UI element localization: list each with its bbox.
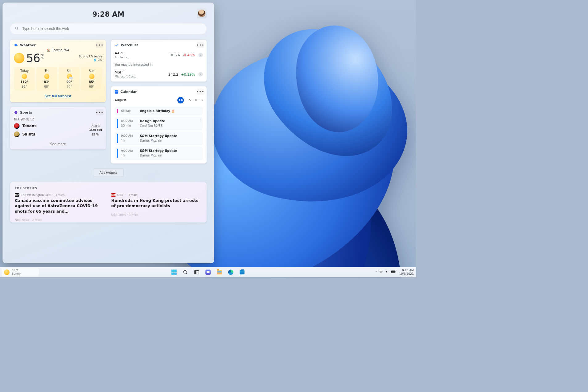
source-badge-icon: CNN bbox=[111, 193, 116, 197]
sports-icon bbox=[14, 111, 18, 115]
calendar-month: August bbox=[115, 98, 126, 102]
team-logo-icon bbox=[14, 131, 19, 137]
svg-point-3 bbox=[183, 270, 186, 273]
system-tray[interactable]: ˄ bbox=[375, 270, 396, 275]
weather-temp: 56 °F °C bbox=[26, 52, 44, 64]
svg-rect-8 bbox=[396, 271, 396, 272]
event-color-bar bbox=[117, 134, 118, 143]
chevron-up-icon[interactable]: ˄ bbox=[375, 270, 377, 274]
more-button[interactable]: ••• bbox=[197, 89, 204, 95]
widget-title: Weather bbox=[20, 43, 36, 47]
see-full-forecast-link[interactable]: See full forecast bbox=[14, 94, 102, 98]
sun-icon bbox=[14, 53, 24, 63]
section-heading: TOP STORIES bbox=[15, 186, 202, 190]
calendar-date-selected[interactable]: 14 bbox=[177, 97, 184, 103]
search-icon bbox=[15, 27, 19, 31]
calendar-widget[interactable]: Calendar ••• August 14 15 16 ▾ bbox=[111, 86, 207, 164]
store-button[interactable] bbox=[237, 268, 247, 277]
widgets-panel: 9:28 AM Weather ••• 🏠 Seattle, WA bbox=[2, 2, 214, 263]
chat-button[interactable] bbox=[203, 268, 213, 277]
more-button[interactable]: ••• bbox=[96, 109, 103, 115]
news-more: USA Today · 3 mins bbox=[111, 213, 202, 216]
svg-point-2 bbox=[14, 111, 18, 114]
forecast-day[interactable]: Fri 81°68° bbox=[36, 67, 57, 91]
team-row[interactable]: Saints bbox=[14, 131, 36, 137]
svg-point-5 bbox=[381, 273, 381, 273]
start-button[interactable] bbox=[169, 268, 179, 277]
news-headline: Canada vaccine committee advises against… bbox=[15, 198, 105, 214]
taskbar-temp: 78°F bbox=[12, 269, 21, 272]
edge-button[interactable] bbox=[226, 268, 235, 277]
watchlist-widget[interactable]: Watchlist ••• AAPLApple Inc. 136.76-0.43… bbox=[111, 40, 207, 82]
taskbar: 78°F Sunny ˄ bbox=[0, 267, 416, 277]
svg-point-0 bbox=[15, 27, 18, 29]
watchlist-row[interactable]: MSFTMicrosoft Corp. 242.2+0.19%＋ bbox=[115, 70, 203, 78]
weather-widget[interactable]: Weather ••• 🏠 Seattle, WA 56 °F °C bbox=[10, 40, 106, 102]
calendar-icon bbox=[115, 90, 118, 94]
task-view-icon bbox=[194, 270, 199, 274]
widget-title: Calendar bbox=[120, 90, 137, 94]
svg-rect-7 bbox=[392, 271, 395, 273]
search-bar[interactable] bbox=[10, 23, 207, 35]
svg-line-1 bbox=[17, 29, 18, 30]
partly-cloudy-icon bbox=[67, 74, 72, 79]
taskbar-weather[interactable]: 78°F Sunny bbox=[2, 268, 39, 277]
volume-icon[interactable] bbox=[385, 270, 389, 275]
forecast-day[interactable]: Sat 90°70° bbox=[59, 67, 80, 91]
calendar-event[interactable]: 8:30 AM30 min Design UpdateConf Rm 32/35… bbox=[115, 117, 203, 130]
more-button[interactable]: ••• bbox=[96, 42, 103, 48]
weather-location: Seattle, WA bbox=[51, 48, 69, 52]
match-time: Aug 3 1:25 PM ESPN bbox=[89, 124, 102, 136]
calendar-date[interactable]: 16 bbox=[194, 98, 199, 102]
news-item[interactable]: CNN CNN · 3 mins Hundreds in Hong Kong p… bbox=[111, 193, 202, 222]
sports-subtitle: NFL Week 12 bbox=[14, 118, 102, 121]
battery-icon[interactable] bbox=[391, 270, 396, 274]
sun-icon bbox=[44, 74, 49, 79]
calendar-event[interactable]: 9:00 AM1h S&M Startegy UpdateDarius Mccl… bbox=[115, 147, 203, 160]
windows-logo-icon bbox=[171, 269, 177, 275]
forecast-day[interactable]: Today 112°92° bbox=[14, 67, 35, 91]
search-input[interactable] bbox=[22, 27, 202, 31]
event-color-bar bbox=[117, 149, 118, 158]
calendar-date[interactable]: 15 bbox=[187, 98, 191, 102]
unit-c[interactable]: °C bbox=[41, 56, 44, 59]
drag-handle-icon[interactable]: ⋮⋮ bbox=[199, 119, 202, 121]
sports-widget[interactable]: Sports ••• NFL Week 12 Texans Saints bbox=[10, 107, 106, 149]
widget-title: Watchlist bbox=[121, 43, 138, 47]
watchlist-row[interactable]: AAPLApple Inc. 136.76-0.43%✓ bbox=[115, 51, 203, 59]
source-badge-icon: WP bbox=[15, 193, 19, 197]
profile-avatar[interactable] bbox=[197, 8, 207, 19]
add-widgets-button[interactable]: Add widgets bbox=[93, 168, 124, 177]
more-button[interactable]: ••• bbox=[197, 42, 204, 48]
home-icon: 🏠 bbox=[47, 48, 50, 52]
forecast-row: Today 112°92° Fri 81°68° Sat 90°70° Su bbox=[14, 67, 102, 91]
task-view-button[interactable] bbox=[192, 268, 201, 277]
file-explorer-button[interactable] bbox=[215, 268, 224, 277]
calendar-event[interactable]: All day Angela's Birthday 🎂 bbox=[115, 106, 203, 115]
news-age: 3 mins bbox=[55, 193, 64, 197]
event-color-bar bbox=[117, 109, 118, 113]
calendar-date-picker[interactable]: 14 15 16 ▾ bbox=[177, 97, 203, 103]
taskbar-clock[interactable]: 9:28 AM 10/6/2021 bbox=[399, 269, 414, 276]
calendar-event[interactable]: 9:00 AM1h S&M Startegy UpdateDarius Mccl… bbox=[115, 132, 203, 145]
news-item[interactable]: WP The Washington Post · 3 mins Canada v… bbox=[15, 193, 105, 222]
sun-icon bbox=[89, 74, 94, 79]
chart-up-icon bbox=[115, 43, 119, 47]
taskbar-search-button[interactable] bbox=[180, 268, 190, 277]
news-headline: Hundreds in Hong Kong protest arrests of… bbox=[111, 198, 202, 209]
news-more: NBC News · 2 mins bbox=[15, 218, 105, 222]
team-row[interactable]: Texans bbox=[14, 123, 36, 129]
event-color-bar bbox=[117, 119, 118, 128]
edge-icon bbox=[228, 269, 233, 275]
news-source: CNN bbox=[117, 193, 124, 197]
chat-icon bbox=[205, 269, 211, 275]
chevron-down-icon[interactable]: ▾ bbox=[201, 98, 203, 102]
add-icon[interactable]: ＋ bbox=[199, 72, 203, 76]
store-icon bbox=[240, 270, 245, 274]
sun-icon bbox=[22, 74, 27, 79]
drop-icon: 💧 bbox=[93, 58, 97, 61]
forecast-day[interactable]: Sun 85°69° bbox=[81, 67, 102, 91]
weather-precip: 0% bbox=[97, 58, 102, 61]
wifi-icon[interactable] bbox=[379, 270, 383, 275]
see-more-link[interactable]: See more bbox=[14, 142, 102, 146]
